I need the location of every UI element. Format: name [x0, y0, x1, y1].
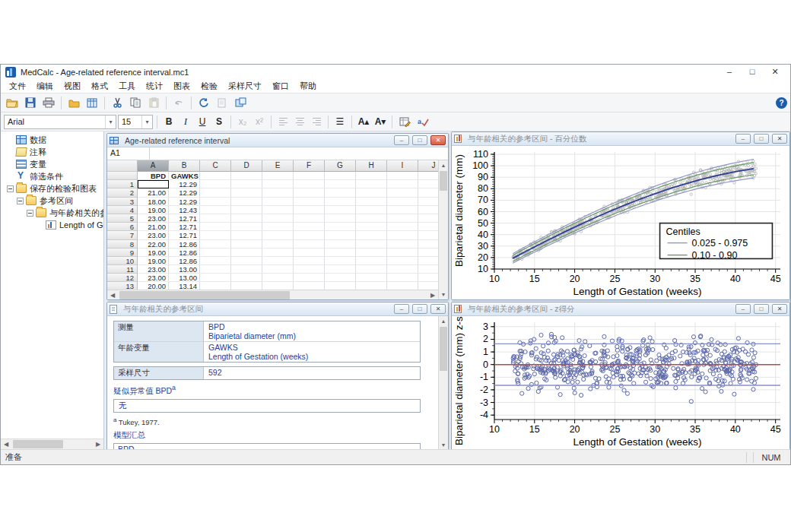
sheet-cell[interactable] — [418, 240, 438, 249]
sheet-cell[interactable] — [231, 265, 262, 274]
sheet-cell[interactable] — [356, 274, 387, 282]
underline-button[interactable]: U — [195, 114, 210, 130]
sheet-cell[interactable] — [387, 249, 418, 257]
sheet-cell[interactable] — [325, 240, 356, 249]
sheet-cell[interactable] — [231, 274, 262, 282]
column-header[interactable]: E — [262, 160, 294, 172]
sheet-cell[interactable] — [231, 198, 262, 206]
sheet-cell[interactable] — [418, 249, 438, 257]
minimize-button[interactable]: – — [735, 304, 751, 314]
sheet-cell[interactable]: 23.00 — [138, 274, 169, 282]
cut-icon[interactable] — [109, 95, 125, 111]
sheet-cell[interactable] — [200, 257, 231, 265]
sheet-cell[interactable] — [200, 223, 231, 231]
close-button[interactable]: ✕ — [430, 304, 446, 314]
sheet-cell[interactable] — [200, 206, 231, 214]
column-header[interactable]: J — [418, 160, 438, 172]
menu-item[interactable]: 采样尺寸 — [223, 80, 267, 93]
minimize-button[interactable]: – — [719, 66, 740, 78]
sheet-cell[interactable]: 23.00 — [138, 231, 169, 239]
sheet-cell[interactable] — [294, 274, 325, 282]
variable-name-cell[interactable] — [356, 172, 387, 180]
help-icon[interactable]: ? — [776, 97, 787, 109]
sheet-cell[interactable] — [325, 180, 356, 188]
tree-item[interactable]: 筛选条件 — [2, 170, 103, 182]
sheet-cell[interactable] — [231, 282, 262, 290]
sheet-cell[interactable] — [294, 240, 325, 249]
sheet-cell[interactable]: 23.00 — [138, 265, 169, 274]
sheet-cell[interactable] — [418, 206, 438, 214]
sheet-cell[interactable] — [418, 265, 438, 274]
sheet-cell[interactable] — [387, 188, 418, 197]
variable-name-cell[interactable] — [231, 172, 262, 180]
row-header[interactable]: 3 — [107, 198, 138, 206]
bold-button[interactable]: B — [161, 114, 176, 130]
sheet-cell[interactable] — [262, 188, 294, 197]
close-button[interactable]: ✕ — [772, 304, 787, 314]
sheet-cell[interactable] — [294, 265, 325, 274]
tree-item[interactable]: 数据 — [2, 134, 103, 146]
centiles-chart-titlebar[interactable]: 与年龄相关的参考区间 - 百分位数 – □ ✕ — [452, 132, 789, 146]
sheet-cell[interactable] — [262, 240, 294, 249]
scroll-right-icon[interactable]: ▶ — [427, 292, 438, 299]
close-button[interactable]: ✕ — [430, 135, 446, 145]
centiles-chart-window[interactable]: 与年龄相关的参考区间 - 百分位数 – □ ✕ 1015202530354045… — [451, 131, 790, 300]
row-header[interactable]: 7 — [107, 231, 138, 239]
column-header[interactable]: G — [325, 160, 356, 172]
decrease-font-button[interactable]: A▾ — [373, 114, 388, 130]
sheet-cell[interactable] — [200, 265, 231, 274]
new-folder-icon[interactable] — [65, 95, 82, 111]
sheet-cell[interactable] — [418, 282, 438, 290]
row-header[interactable]: 11 — [107, 265, 138, 274]
sheet-cell[interactable]: 12.86 — [169, 240, 200, 249]
sheet-cell[interactable] — [387, 274, 418, 282]
column-header[interactable]: F — [294, 160, 325, 172]
tree-expander-icon[interactable] — [27, 210, 33, 217]
row-header[interactable]: 6 — [107, 223, 138, 231]
sheet-cell[interactable] — [418, 188, 438, 197]
row-header[interactable]: 2 — [107, 188, 138, 197]
sheet-cell[interactable] — [294, 223, 325, 231]
sheet-cell[interactable]: 12.71 — [169, 231, 200, 239]
sheet-cell[interactable] — [418, 180, 438, 188]
sheet-cell[interactable]: 19.00 — [138, 249, 169, 257]
sheet-cell[interactable] — [387, 240, 418, 249]
sheet-cell[interactable]: 13.14 — [169, 282, 200, 290]
sheet-cell[interactable] — [262, 214, 294, 223]
sheet-cell[interactable] — [356, 206, 387, 214]
sheet-cell[interactable] — [325, 214, 356, 223]
copy-icon[interactable] — [127, 95, 144, 111]
sheet-cell[interactable]: 13.00 — [169, 274, 200, 282]
sheet-cell[interactable] — [231, 206, 262, 214]
sheet-cell[interactable] — [231, 257, 262, 265]
row-header[interactable]: 8 — [107, 240, 138, 249]
menu-item[interactable]: 工具 — [113, 80, 141, 93]
sheet-cell[interactable]: 12.29 — [169, 198, 200, 206]
data-table-icon[interactable] — [84, 95, 100, 111]
sheet-cell[interactable]: 23.00 — [138, 214, 169, 223]
scroll-down-icon[interactable]: ▼ — [441, 290, 446, 299]
row-header[interactable]: 13 — [107, 282, 138, 290]
minimize-button[interactable]: – — [735, 134, 751, 144]
row-header[interactable]: 1 — [107, 180, 138, 188]
sheet-cell[interactable] — [387, 282, 418, 290]
paste-icon[interactable] — [145, 95, 162, 111]
sheet-cell[interactable] — [231, 180, 262, 188]
sheet-cell[interactable] — [294, 249, 325, 257]
sheet-cell[interactable] — [356, 265, 387, 274]
sheet-cell[interactable] — [231, 249, 262, 257]
sheet-cell[interactable] — [325, 188, 356, 197]
sheet-cell[interactable] — [200, 198, 231, 206]
sheet-cell[interactable] — [387, 231, 418, 239]
restore-button[interactable]: □ — [412, 135, 427, 145]
sheet-cell[interactable] — [418, 231, 438, 239]
variable-name-cell[interactable] — [387, 172, 418, 180]
sheet-cell[interactable] — [262, 249, 294, 257]
column-header[interactable]: A — [138, 160, 169, 172]
tree-item[interactable]: 变量 — [2, 158, 103, 170]
scroll-down-icon[interactable]: ▼ — [441, 440, 446, 449]
sheet-cell[interactable] — [262, 274, 294, 282]
sheet-cell[interactable] — [387, 257, 418, 265]
align-left-button[interactable] — [275, 114, 291, 130]
menu-item[interactable]: 统计 — [141, 80, 168, 93]
